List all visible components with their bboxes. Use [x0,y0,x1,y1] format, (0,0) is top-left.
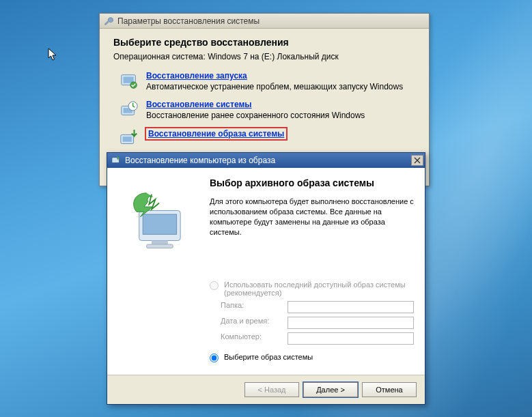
wizard-body-text: Для этого компьютера будет выполнено вос… [210,197,414,237]
recovery-options-title: Параметры восстановления системы [117,16,260,26]
close-button[interactable] [411,155,423,166]
folder-label: Папка: [221,301,282,313]
option-system-restore[interactable]: Восстановление системы Восстановление ра… [113,97,415,126]
system-image-recovery-link[interactable]: Восстановление образа системы [146,128,286,139]
system-restore-icon [119,100,139,120]
startup-repair-icon [119,71,139,91]
datetime-label: Дата и время: [221,317,282,329]
wrench-icon [104,16,113,26]
next-button[interactable]: Далее > [303,382,358,397]
svg-rect-12 [147,244,173,248]
datetime-field [288,317,414,329]
reimage-wizard-title: Восстановление компьютера из образа [125,156,407,165]
reimage-wizard-titlebar: Восстановление компьютера из образа [107,153,425,168]
reimage-wizard-window: Восстановление компьютера из образа Выбо… [107,152,425,405]
back-button[interactable]: < Назад [244,382,299,397]
cancel-button[interactable]: Отмена [362,382,417,397]
system-restore-link[interactable]: Восстановление системы [146,100,252,109]
wizard-heading: Выбор архивного образа системы [210,177,414,188]
computer-field [288,332,414,345]
recovery-options-titlebar: Параметры восстановления системы [100,14,429,29]
svg-rect-11 [152,241,168,245]
radio-use-latest-image[interactable]: Использовать последний доступный образ с… [210,281,414,297]
recovery-subtitle: Операционная система: Windows 7 на (E:) … [113,52,415,61]
option-startup-repair[interactable]: Восстановление запуска Автоматическое ус… [113,68,415,97]
folder-field [288,301,414,313]
computer-label: Компьютер: [221,332,282,345]
system-image-icon [119,128,139,149]
radio-select-image[interactable]: Выберите образ системы [210,353,414,362]
wizard-footer: < Назад Далее > Отмена [107,375,425,404]
svg-rect-10 [143,214,176,234]
startup-repair-link[interactable]: Восстановление запуска [146,71,247,81]
option-system-image-recovery[interactable]: Восстановление образа системы [113,126,415,154]
radio-use-latest-image-input[interactable] [210,281,219,290]
radio-select-image-input[interactable] [210,354,219,362]
monitor-restore-icon [111,156,121,165]
recovery-heading: Выберите средство восстановления [113,37,415,48]
radio-select-image-label: Выберите образ системы [224,353,313,361]
wizard-illustration [118,177,200,366]
mouse-cursor [48,48,57,61]
startup-repair-desc: Автоматическое устранение проблем, мешаю… [146,82,403,91]
system-restore-desc: Восстановление ранее сохраненного состоя… [146,111,365,120]
svg-rect-7 [123,136,132,142]
radio-use-latest-image-label: Использовать последний доступный образ с… [224,281,414,297]
